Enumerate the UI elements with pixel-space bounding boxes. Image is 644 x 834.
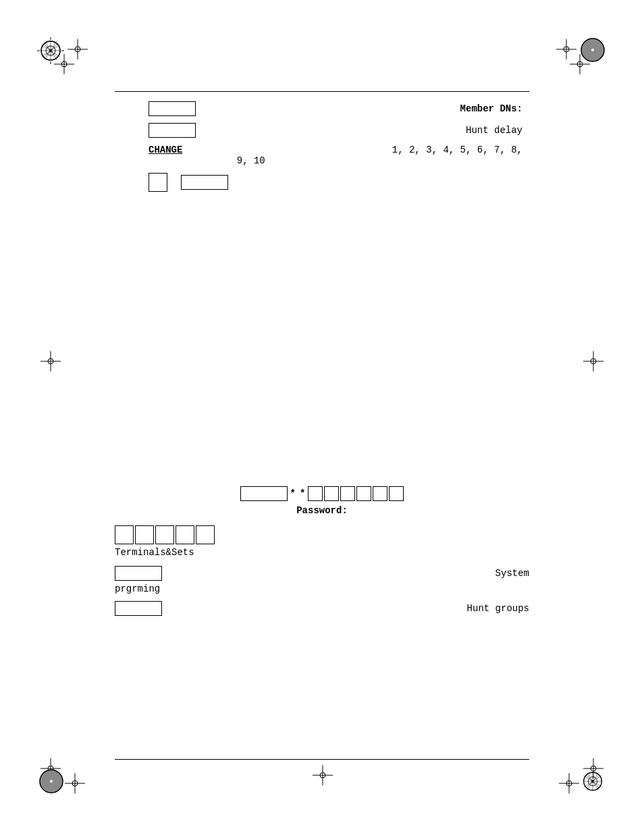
- prgrming-label-row: prgrming: [115, 583, 529, 594]
- registration-mark-bottom-right-sunburst: [580, 768, 606, 797]
- member-dns-label: Member DNs:: [460, 103, 522, 114]
- hunt-delay-row: Hunt delay: [149, 123, 522, 138]
- member-dns-row: Member DNs:: [149, 101, 522, 116]
- hunt-order-line1: 1, 2, 3, 4, 5, 6, 7, 8,: [392, 145, 522, 155]
- hunt-delay-input-box[interactable]: [149, 123, 196, 138]
- crosshair-bottom-right-inner: [559, 773, 579, 796]
- password-label-row: Password:: [115, 505, 529, 516]
- pw-input-6[interactable]: [389, 486, 404, 501]
- pw-input-3[interactable]: [340, 486, 355, 501]
- term-input-2[interactable]: [135, 525, 154, 544]
- member-dns-input-box[interactable]: [149, 101, 196, 116]
- term-input-3[interactable]: [155, 525, 174, 544]
- hunt-groups-input-box[interactable]: [115, 601, 162, 616]
- terminals-sets-label: Terminals&Sets: [115, 547, 194, 558]
- system-input-box[interactable]: [115, 566, 162, 581]
- top-content-area: Member DNs: Hunt delay CHANGE 1, 2, 3, 4…: [149, 101, 522, 192]
- prgrming-label: prgrming: [115, 583, 160, 594]
- top-divider-line: [115, 91, 529, 92]
- terminals-sets-label-row: Terminals&Sets: [115, 547, 529, 558]
- password-label: Password:: [296, 505, 348, 516]
- svg-point-63: [591, 780, 594, 783]
- crosshair-tl-inner: [54, 54, 74, 77]
- medium-input-box[interactable]: [181, 175, 228, 190]
- hunt-order-line2: 9, 10: [237, 155, 522, 166]
- pw-input-2[interactable]: [324, 486, 339, 501]
- pw-input-4[interactable]: [356, 486, 371, 501]
- pw-input-1[interactable]: [308, 486, 323, 501]
- bottom-content-area: * * Password: Terminals&Sets: [115, 486, 529, 616]
- change-link[interactable]: CHANGE: [149, 145, 182, 155]
- password-main-input[interactable]: [240, 486, 288, 501]
- term-input-5[interactable]: [196, 525, 215, 544]
- hunt-groups-row: Hunt groups: [115, 601, 529, 616]
- crosshair-mid-left: [41, 351, 61, 374]
- crosshair-mid-right: [583, 351, 603, 374]
- star2-char: *: [300, 488, 305, 499]
- svg-point-40: [50, 780, 53, 783]
- crosshair-bottom-center: [313, 765, 333, 788]
- crosshair-bottom-left-inner: [65, 773, 85, 796]
- password-input-row: * *: [115, 486, 529, 501]
- change-row: CHANGE 1, 2, 3, 4, 5, 6, 7, 8, 9, 10: [149, 145, 522, 166]
- term-input-1[interactable]: [115, 525, 134, 544]
- svg-point-26: [591, 49, 594, 51]
- terminals-inputs-row: [115, 525, 529, 544]
- pw-input-5[interactable]: [373, 486, 387, 501]
- hunt-order-values: 1, 2, 3, 4, 5, 6, 7, 8, 9, 10: [392, 145, 522, 166]
- crosshair-tr-inner: [570, 54, 590, 77]
- star1-char: *: [290, 488, 296, 499]
- system-input-row: System: [115, 566, 529, 581]
- registration-mark-bottom-left-solid: [38, 768, 64, 797]
- system-label: System: [495, 568, 529, 579]
- bottom-divider-line: [115, 759, 529, 760]
- small-input-box[interactable]: [149, 173, 167, 192]
- hunt-delay-label: Hunt delay: [466, 125, 522, 136]
- small-inputs-row: [149, 173, 522, 192]
- page: Member DNs: Hunt delay CHANGE 1, 2, 3, 4…: [0, 0, 644, 834]
- term-input-4[interactable]: [176, 525, 194, 544]
- hunt-groups-label: Hunt groups: [467, 603, 529, 614]
